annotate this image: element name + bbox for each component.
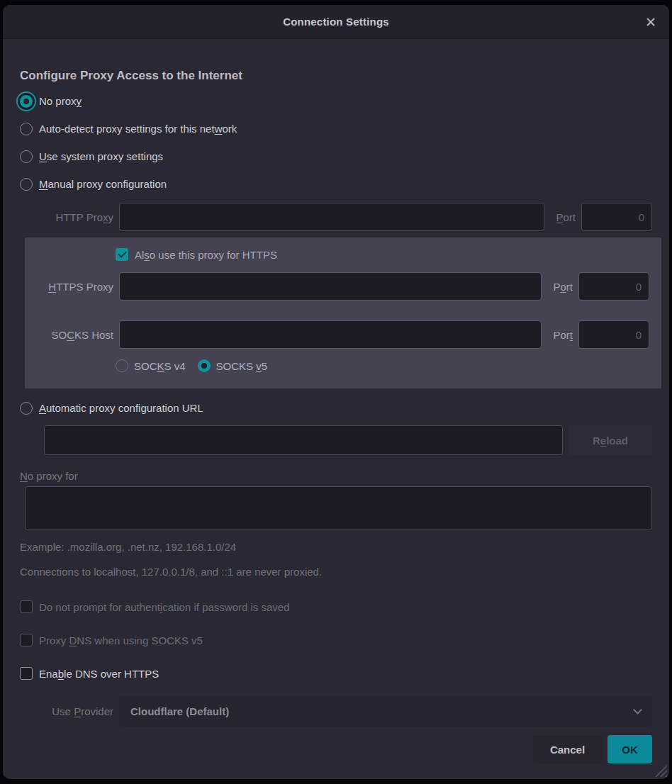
auto-url-row: Reload [44,425,652,456]
radio-row-no-proxy[interactable]: No proxy [20,87,652,115]
http-proxy-label: HTTP Proxy [20,211,113,223]
radio-label-no-proxy: No proxy [39,95,82,107]
socks-host-row: SOCKS Host Port [25,319,649,350]
close-icon[interactable]: ✕ [645,15,656,28]
dialog-content: Configure Proxy Access to the Internet N… [3,69,669,763]
proxy-dns-label: Proxy DNS when using SOCKS v5 [39,634,203,646]
page-title: Configure Proxy Access to the Internet [20,69,652,83]
socks-host-label: SOCKS Host [25,329,113,341]
radio-label-system-proxy: Use system proxy settings [39,150,163,162]
no-prompt-auth-row[interactable]: Do not prompt for authentication if pass… [20,596,652,617]
radio-socks-v4[interactable] [116,359,128,372]
radio-label-auto-detect: Auto-detect proxy settings for this netw… [39,123,237,135]
also-https-label: Also use this proxy for HTTPS [135,249,277,261]
socks-port-label: Port [547,329,573,341]
reload-button[interactable]: Reload [569,425,652,455]
proxy-dns-row[interactable]: Proxy DNS when using SOCKS v5 [20,629,652,651]
radio-row-system-proxy[interactable]: Use system proxy settings [20,142,652,170]
enable-doh-row[interactable]: Enable DNS over HTTPS [20,663,652,684]
no-prompt-auth-label: Do not prompt for authentication if pass… [39,601,290,613]
also-https-checkbox[interactable] [116,248,128,261]
http-port-input[interactable] [581,203,652,231]
provider-value: Cloudflare (Default) [130,705,229,717]
enable-doh-checkbox[interactable] [20,667,33,680]
proxy-dns-checkbox[interactable] [20,634,33,646]
connection-settings-dialog: Connection Settings ✕ Configure Proxy Ac… [3,5,669,779]
radio-label-auto-url: Automatic proxy configuration URL [39,402,203,414]
radio-auto-url[interactable] [20,402,33,415]
no-prompt-auth-checkbox[interactable] [20,600,33,613]
http-proxy-input[interactable] [119,203,544,231]
radio-row-auto-detect[interactable]: Auto-detect proxy settings for this netw… [20,115,652,142]
provider-row: Use Provider Cloudflare (Default) [20,696,652,727]
dialog-titlebar: Connection Settings ✕ [3,5,669,39]
https-proxy-input[interactable] [119,272,542,301]
ok-button[interactable]: OK [607,735,652,763]
no-proxy-for-label: No proxy for [20,470,652,482]
resize-grip-icon[interactable] [654,764,667,777]
dialog-footer: Cancel OK [20,735,652,763]
example-hint: Example: .mozilla.org, .net.nz, 192.168.… [20,541,652,553]
https-socks-section: Also use this proxy for HTTPS HTTPS Prox… [25,237,661,388]
radio-auto-detect[interactable] [20,123,33,135]
http-proxy-row: HTTP Proxy Port [20,201,652,233]
radio-no-proxy[interactable] [20,95,33,108]
radio-label-manual-proxy: Manual proxy configuration [39,178,167,190]
localhost-hint: Connections to localhost, 127.0.0.1/8, a… [20,566,652,578]
radio-label-socks-v5: SOCKS v5 [216,360,268,372]
no-proxy-for-textarea[interactable] [25,486,652,530]
https-proxy-row: HTTPS Proxy Port [25,271,649,302]
radio-socks-v5[interactable] [198,359,211,372]
bottom-checkboxes: Do not prompt for authentication if pass… [20,596,652,684]
dialog-title: Connection Settings [283,16,389,28]
provider-dropdown[interactable]: Cloudflare (Default) [119,696,652,727]
radio-row-manual-proxy[interactable]: Manual proxy configuration [20,170,652,198]
https-port-label: Port [547,281,573,293]
enable-doh-label: Enable DNS over HTTPS [39,668,159,680]
socks-port-input[interactable] [578,320,649,349]
radio-system-proxy[interactable] [20,150,33,163]
radio-manual-proxy[interactable] [20,178,33,191]
chevron-down-icon [633,705,642,715]
radio-label-socks-v4: SOCKS v4 [134,360,186,372]
provider-label: Use Provider [20,705,113,717]
also-https-row[interactable]: Also use this proxy for HTTPS [25,245,649,264]
socks-host-input[interactable] [119,320,542,349]
socks-version-row: SOCKS v4 SOCKS v5 [25,354,649,377]
auto-url-input[interactable] [44,425,563,455]
https-proxy-label: HTTPS Proxy [25,281,113,293]
http-port-label: Port [550,211,576,223]
cancel-button[interactable]: Cancel [533,735,602,763]
radio-row-auto-url[interactable]: Automatic proxy configuration URL [20,394,652,422]
https-port-input[interactable] [578,272,649,301]
